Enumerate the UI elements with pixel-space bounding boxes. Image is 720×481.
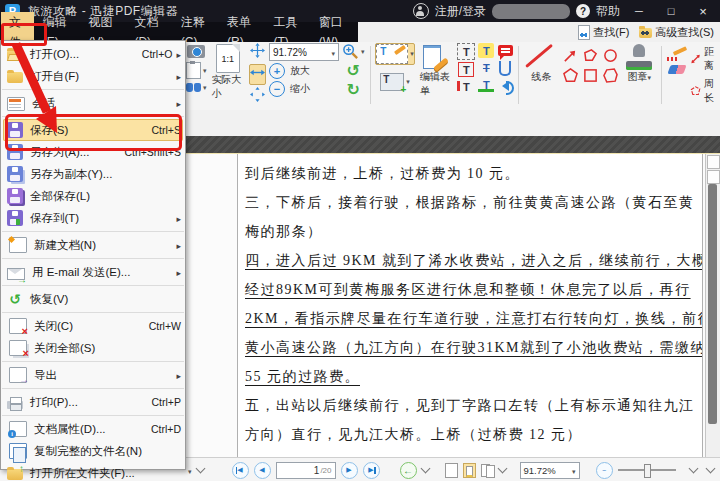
scrollbar-button[interactable]: [707, 155, 720, 169]
edit-form-button[interactable]: 编辑表单: [418, 43, 454, 99]
line-tool-button[interactable]: 线条: [524, 43, 558, 85]
menu-item-open-containing-folder[interactable]: 打开所在文件夹(F)...: [1, 462, 185, 481]
view-history-chevron-icon[interactable]: [420, 464, 430, 474]
square-shape-tool[interactable]: [581, 66, 599, 84]
user-account-icon: [413, 3, 429, 19]
menu-item-print[interactable]: 打印(P)... Ctrl+P: [1, 391, 185, 413]
menu-item-export[interactable]: 导出: [1, 364, 185, 386]
next-page-button[interactable]: ▶: [341, 462, 358, 479]
underline-text-tool[interactable]: T: [478, 77, 494, 92]
last-page-button[interactable]: ▶: [363, 462, 380, 479]
single-page-view-button[interactable]: [445, 463, 458, 478]
menu-item-open[interactable]: 打开(O)... Ctrl+O: [1, 43, 185, 65]
page-number-input[interactable]: 1 /20: [276, 462, 336, 479]
rotate-cw-button[interactable]: ↻: [347, 81, 360, 98]
collapse-chevron-icon[interactable]: [195, 464, 205, 474]
copy-filename-icon: [9, 443, 27, 459]
first-page-button[interactable]: ◀: [232, 462, 249, 479]
two-page-view-button[interactable]: [481, 464, 494, 477]
strikeout-text-tool[interactable]: T: [478, 60, 494, 75]
menu-item-close-all[interactable]: 关闭全部(S): [1, 337, 185, 359]
select-text-tool[interactable]: T: [457, 43, 475, 60]
status-zoom-select[interactable]: 91.72%: [520, 462, 580, 479]
help-menu[interactable]: 帮助: [596, 3, 620, 20]
menu-item-save-all[interactable]: 全部保存(L): [1, 185, 185, 207]
close-button[interactable]: ×: [690, 4, 716, 19]
pencil-tool[interactable]: [667, 47, 687, 61]
attachment-tool[interactable]: [499, 61, 511, 76]
edit-textbox-tool[interactable]: T: [458, 62, 474, 77]
edit-content-button[interactable]: [375, 43, 415, 65]
fit-visible-button[interactable]: [250, 87, 265, 106]
prev-page-button[interactable]: ◀: [254, 462, 271, 479]
fit-page-button[interactable]: [250, 43, 265, 62]
submenu-arrow-icon: [176, 239, 181, 251]
doc-text-line: 经过89KM可到黄梅服务区进行休息和整顿！休息完了以后，再行: [245, 275, 698, 304]
previous-view-button[interactable]: ←: [400, 462, 417, 479]
circle-shape-tool[interactable]: [601, 46, 619, 64]
menu-item-open-from[interactable]: 打开自(F): [1, 65, 185, 87]
marquee-zoom-button[interactable]: [342, 43, 365, 60]
search-button[interactable]: [186, 81, 207, 95]
advanced-find-icon: [639, 28, 652, 38]
zoom-slider[interactable]: [618, 469, 676, 471]
save-floppy-icon: [7, 122, 23, 138]
status-chevron-icon[interactable]: [689, 464, 699, 474]
fit-width-button[interactable]: [249, 64, 266, 85]
polyline-shape-tool[interactable]: [581, 46, 599, 64]
status-chevron-icon[interactable]: [706, 464, 716, 474]
zoom-level-select[interactable]: 91.72%: [269, 43, 339, 61]
menu-item-save-as[interactable]: 另存为(A)... Ctrl+Shift+S: [1, 141, 185, 163]
menu-item-revert[interactable]: ↺ 恢复(V): [1, 288, 185, 310]
menu-item-session[interactable]: 会话: [1, 92, 185, 114]
status-dropdown-icon[interactable]: [188, 465, 192, 476]
eraser-tool[interactable]: [667, 65, 686, 74]
doc-text-line: 梅的那条）: [245, 217, 698, 246]
menu-item-new-document[interactable]: 新建文档(N): [1, 234, 185, 256]
arrow-shape-tool[interactable]: [561, 46, 579, 64]
view-mode-chevron-icon[interactable]: [497, 464, 507, 474]
polygon-shape-tool[interactable]: [601, 66, 619, 84]
menu-item-email[interactable]: 用 E-mail 发送(E)...: [1, 261, 185, 283]
move-text-tool[interactable]: T: [458, 79, 474, 94]
vertical-scrollbar[interactable]: [705, 154, 720, 457]
pentagon-shape-tool[interactable]: [561, 66, 579, 84]
menu-item-save-to[interactable]: 保存到(T): [1, 207, 185, 229]
continuous-view-button[interactable]: [463, 463, 476, 478]
magnifier-plus-icon: [342, 43, 359, 60]
measure-distance-button[interactable]: 距离: [690, 45, 720, 73]
minimize-button[interactable]: ─: [626, 5, 652, 17]
menu-separator: [2, 312, 184, 313]
snapshot-camera-icon[interactable]: [187, 45, 205, 58]
highlight-text-tool[interactable]: T: [478, 43, 494, 58]
add-image-text-button[interactable]: [380, 73, 410, 91]
advanced-find-button[interactable]: 高级查找(S): [639, 25, 714, 40]
scrollbar-thumb[interactable]: [708, 184, 717, 424]
page-total: /20: [320, 466, 331, 475]
sound-tool[interactable]: [497, 81, 509, 91]
scrollbar-button[interactable]: [707, 170, 720, 184]
maximize-button[interactable]: □: [658, 5, 684, 17]
open-folder-icon: [7, 50, 23, 61]
zoom-out-slider-button[interactable]: −: [596, 462, 613, 479]
rotate-ccw-button[interactable]: ↺: [347, 62, 360, 79]
stamp-button[interactable]: 图章: [622, 43, 656, 85]
sticky-note-tool[interactable]: [498, 45, 513, 56]
menu-item-save-copy[interactable]: 另存为副本(Y)...: [1, 163, 185, 185]
menu-item-document-properties[interactable]: 文档属性(D)... Ctrl+D: [1, 418, 185, 440]
save-as-icon: [7, 144, 23, 160]
zoom-in-button[interactable]: +放大: [269, 63, 310, 79]
find-button[interactable]: 查找(F): [578, 25, 629, 40]
menu-item-close[interactable]: 关闭(C) Ctrl+W: [1, 315, 185, 337]
paste-button[interactable]: [186, 62, 207, 79]
menu-item-copy-filename[interactable]: 复制完整的文件名(N): [1, 440, 185, 462]
doc-text-line: 方向）直行，见九江大桥。上桥（过桥费 12 元）: [245, 420, 698, 449]
menu-item-save[interactable]: 保存(S) Ctrl+S: [3, 119, 183, 141]
menu-separator: [2, 258, 184, 259]
stamp-icon: [624, 44, 654, 70]
actual-size-button[interactable]: 1:1 实际大小: [210, 43, 246, 102]
measure-perimeter-button[interactable]: 周长: [690, 77, 720, 105]
zoom-out-button[interactable]: −缩小: [269, 81, 310, 97]
register-login-link[interactable]: 注册/登录: [435, 3, 486, 20]
doc-text-line: 三，下桥后，接着行驶，根据路标，前往黄黄高速公路（黄石至黄: [245, 188, 698, 217]
